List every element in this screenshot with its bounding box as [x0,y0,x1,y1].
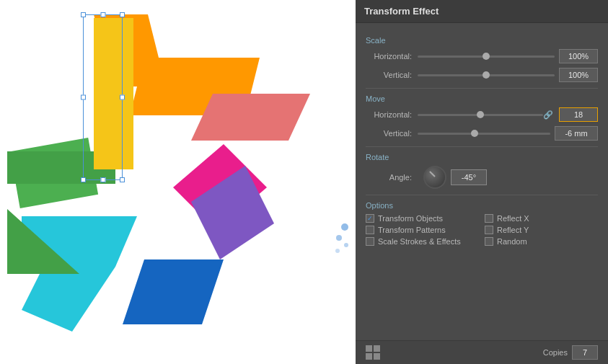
move-v-thumb[interactable] [471,130,478,137]
move-vertical-row: Vertical: -6 mm [366,126,598,141]
svg-point-15 [335,249,340,253]
move-vertical-label: Vertical: [366,129,418,138]
move-vertical-slider[interactable] [418,128,550,139]
scale-h-track [418,56,555,58]
option-random[interactable]: Random [485,237,598,246]
scale-h-thumb[interactable] [483,53,490,60]
move-horizontal-label: Horizontal: [366,110,418,119]
cb-scale-strokes[interactable] [366,237,374,246]
scale-vertical-row: Vertical: 100% [366,68,598,82]
svg-point-12 [341,223,348,231]
label-transform-objects: Transform Objects [378,214,443,223]
rotate-section-label: Rotate [366,153,598,161]
move-h-thumb[interactable] [477,111,484,118]
scale-section-label: Scale [366,36,598,45]
rotate-row: Angle: -45° [366,166,598,189]
handle-ml[interactable] [81,95,86,100]
options-section-label: Options [366,201,598,210]
cb-transform-objects[interactable]: ✓ [366,214,374,223]
handle-tr[interactable] [120,12,125,17]
move-horizontal-value[interactable]: 18 [559,107,598,122]
angle-dial[interactable] [423,166,446,189]
move-section-label: Move [366,94,598,103]
move-v-track [418,133,550,135]
move-horizontal-row: Horizontal: 🔗 18 [366,107,598,122]
handle-tl[interactable] [81,12,86,17]
scale-horizontal-slider[interactable] [418,50,555,62]
cb-transform-patterns[interactable] [366,226,374,234]
scale-horizontal-value[interactable]: 100% [559,49,598,63]
svg-marker-10 [123,259,224,324]
canvas-area [0,0,356,364]
copies-value[interactable]: 7 [572,345,598,360]
scale-horizontal-row: Horizontal: 100% [366,49,598,63]
svg-point-13 [336,235,342,241]
scale-horizontal-label: Horizontal: [366,52,418,61]
scale-vertical-value[interactable]: 100% [559,68,598,82]
move-h-track [418,114,543,116]
option-transform-objects[interactable]: ✓ Transform Objects [366,214,479,223]
transform-panel: Transform Effect Scale Horizontal: 100% … [356,0,608,364]
selection-box [83,14,123,180]
svg-point-14 [344,243,348,247]
handle-bl[interactable] [81,177,86,182]
angle-label: Angle: [366,173,418,182]
bottom-bar: Copies 7 [356,340,608,364]
option-transform-patterns[interactable]: Transform Patterns [366,226,479,234]
divider-3 [366,195,598,195]
scale-v-track [418,74,555,76]
panel-title: Transform Effect [356,0,608,23]
angle-value[interactable]: -45° [451,169,487,185]
move-vertical-value[interactable]: -6 mm [555,126,598,141]
label-random: Random [497,237,527,246]
divider-1 [366,88,598,89]
handle-br[interactable] [120,177,125,182]
handle-tm[interactable] [100,12,105,17]
handle-bm[interactable] [100,177,105,182]
option-scale-strokes[interactable]: Scale Strokes & Effects [366,237,479,246]
link-icon: 🔗 [543,110,553,120]
copies-label: Copies [543,348,568,357]
scale-vertical-slider[interactable] [418,69,555,81]
options-grid: ✓ Transform Objects Reflect X Transform … [366,214,598,246]
cb-reflect-x[interactable] [485,214,493,223]
panel-body: Scale Horizontal: 100% Vertical: 100% Mo… [356,23,608,340]
label-reflect-x: Reflect X [497,214,529,223]
move-horizontal-slider[interactable] [418,109,543,120]
divider-2 [366,146,598,147]
cb-reflect-y[interactable] [485,226,493,234]
svg-marker-9 [22,267,115,332]
label-transform-patterns: Transform Patterns [378,226,446,234]
scale-vertical-label: Vertical: [366,71,418,79]
handle-mr[interactable] [120,95,125,100]
label-reflect-y: Reflect Y [497,226,529,234]
cb-random[interactable] [485,237,493,246]
grid-icon[interactable] [366,345,380,360]
option-reflect-y[interactable]: Reflect Y [485,226,598,234]
scale-v-thumb[interactable] [483,71,490,79]
option-reflect-x[interactable]: Reflect X [485,214,598,223]
label-scale-strokes: Scale Strokes & Effects [378,237,461,246]
